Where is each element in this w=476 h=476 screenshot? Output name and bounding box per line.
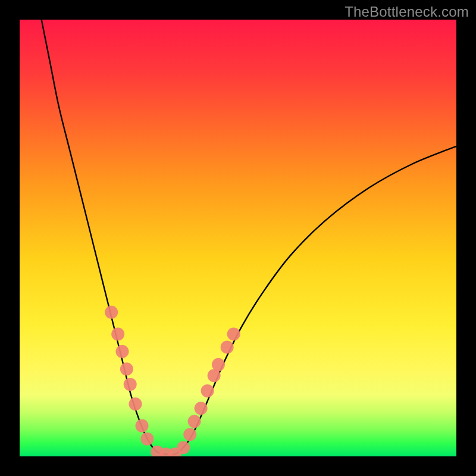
marker-point — [195, 402, 208, 415]
chart-frame: TheBottleneck.com — [0, 0, 476, 476]
marker-point — [124, 378, 137, 391]
marker-point — [105, 306, 118, 319]
marker-point — [129, 397, 142, 411]
marker-point — [212, 358, 225, 371]
marker-point — [111, 327, 124, 340]
highlighted-points — [105, 306, 240, 456]
watermark-text: TheBottleneck.com — [345, 4, 469, 20]
marker-point — [120, 362, 133, 375]
marker-point — [221, 341, 234, 354]
chart-svg — [20, 20, 456, 456]
marker-point — [183, 428, 196, 441]
marker-point — [115, 345, 129, 358]
bottleneck-curve — [42, 20, 456, 455]
marker-point — [136, 419, 149, 433]
marker-point — [227, 327, 240, 340]
marker-point — [201, 384, 214, 397]
plot-area — [20, 20, 456, 456]
marker-point — [177, 441, 190, 454]
marker-point — [140, 433, 154, 446]
marker-point — [188, 415, 201, 428]
